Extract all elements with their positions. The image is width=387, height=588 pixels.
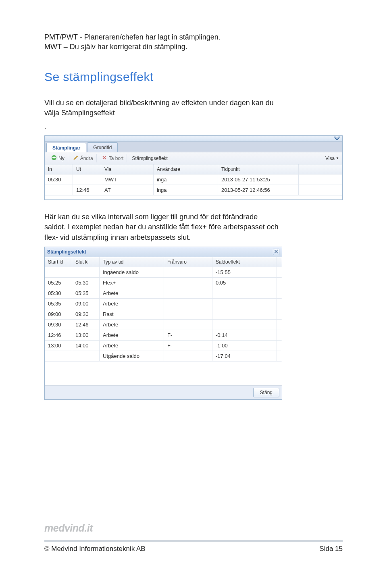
cell: -0:14: [212, 330, 277, 340]
cell: [212, 288, 277, 298]
intro-line-2: MWT – Du själv har korrigerat din stämpl…: [44, 43, 187, 51]
tabs: Stämplingar Grundtid: [45, 141, 342, 152]
col-franvaro: Frånvaro: [164, 257, 212, 267]
cell: 05:30: [72, 278, 100, 288]
edit-button[interactable]: Ändra: [70, 154, 97, 162]
cell: [45, 267, 72, 277]
table-row[interactable]: 05:25 05:30 Flex+ 0:05: [45, 278, 282, 288]
cell-anv: inga: [154, 185, 218, 195]
tab-grundtid[interactable]: Grundtid: [87, 142, 118, 152]
table-row[interactable]: 05:35 09:00 Arbete: [45, 299, 282, 309]
col-via: Via: [101, 164, 154, 174]
col-saldo: Saldoeffekt: [212, 257, 277, 267]
table-row[interactable]: 09:30 12:46 Arbete: [45, 320, 282, 330]
grid-header: In Ut Via Användare Tidpunkt: [45, 164, 342, 175]
col-ut: Ut: [73, 164, 101, 174]
cell: 09:30: [72, 309, 100, 319]
table-row[interactable]: 12:46 AT inga 2013-05-27 12:46:56: [45, 185, 342, 195]
col-in: In: [45, 164, 73, 174]
cell-ut: [73, 175, 101, 185]
col-typ: Typ av tid: [100, 257, 164, 267]
cell: -17:04: [212, 351, 277, 361]
dialog-titlebar: Stämplingseffekt: [45, 247, 282, 257]
cell: Arbete: [100, 299, 164, 309]
delete-button[interactable]: Ta bort: [98, 154, 127, 162]
table-row[interactable]: 12:46 13:00 Arbete F- -0:14: [45, 330, 282, 341]
body-paragraph-1: Vill du se en detaljerad bild/beskrivnin…: [44, 98, 343, 118]
cell: 05:25: [45, 278, 72, 288]
col-start: Start kl: [45, 257, 72, 267]
cell: 05:35: [45, 299, 72, 309]
footer-page-number: Sida 15: [319, 545, 343, 553]
new-button[interactable]: Ny: [48, 154, 68, 162]
cell: 0:05: [212, 278, 277, 288]
col-anvandare: Användare: [154, 164, 218, 174]
cell: Arbete: [100, 330, 164, 340]
page-footer: © Medvind Informationsteknik AB Sida 15: [44, 545, 343, 553]
cell-tid: 2013-05-27 12:46:56: [218, 185, 299, 195]
cell: Arbete: [100, 288, 164, 298]
caret-down-icon: ▼: [336, 156, 339, 160]
cell: 13:00: [72, 330, 100, 340]
table-row[interactable]: 09:00 09:30 Rast: [45, 309, 282, 320]
cell: Arbete: [100, 341, 164, 351]
body1-line1: Vill du se en detaljerad bild/beskrivnin…: [44, 99, 274, 107]
close-button[interactable]: [273, 249, 279, 255]
panel-collapse-bar[interactable]: [45, 136, 342, 141]
cell: [164, 309, 212, 319]
table-row[interactable]: 05:30 MWT inga 2013-05-27 11:53:25: [45, 175, 342, 185]
delete-icon: [102, 155, 107, 162]
cell: 14:00: [72, 341, 100, 351]
table-row[interactable]: Utgående saldo -17:04: [45, 351, 282, 362]
cell: [45, 351, 72, 361]
cell: [212, 309, 277, 319]
cell: [72, 267, 100, 277]
cell: F-: [164, 341, 212, 351]
body2-line2: saldot. I exemplet nedan har du anställd…: [44, 223, 279, 231]
tab-stamplingar[interactable]: Stämplingar: [46, 143, 86, 152]
cell: 12:46: [45, 330, 72, 340]
cell: -15:55: [212, 267, 277, 277]
cell: Rast: [100, 309, 164, 319]
add-icon: [51, 155, 57, 162]
footer-copyright: © Medvind Informationsteknik AB: [44, 545, 146, 553]
table-row[interactable]: 13:00 14:00 Arbete F- -1:00: [45, 341, 282, 351]
delete-label: Ta bort: [109, 156, 124, 161]
new-label: Ny: [58, 156, 64, 161]
section-heading: Se stämplingseffekt: [44, 70, 343, 84]
cell-via: AT: [101, 185, 154, 195]
cell: 09:00: [72, 299, 100, 309]
visa-dropdown[interactable]: Visa ▼: [325, 156, 339, 161]
stamplingseffekt-dialog: Stämplingseffekt Start kl Slut kl Typ av…: [44, 247, 282, 400]
brand-logo: medvind.it: [44, 522, 93, 534]
cell: [164, 278, 212, 288]
col-slut: Slut kl: [72, 257, 100, 267]
cell: [164, 351, 212, 361]
stamplingar-panel: Stämplingar Grundtid Ny Ändra Ta bort: [44, 135, 343, 200]
body2-line1: Här kan du se vilka intervall som ligger…: [44, 213, 258, 221]
stamplingseffekt-link[interactable]: Stämplingseffekt: [129, 155, 171, 162]
table-row[interactable]: 05:30 05:35 Arbete: [45, 288, 282, 299]
cell-tid: 2013-05-27 11:53:25: [218, 175, 299, 185]
cell: Arbete: [100, 320, 164, 330]
close-dialog-button[interactable]: Stäng: [253, 388, 279, 397]
cell-ut: 12:46: [73, 185, 101, 195]
intro-line-1: PMT/PWT - Planeraren/chefen har lagt in …: [44, 33, 221, 41]
cell: [72, 351, 100, 361]
cell: F-: [164, 330, 212, 340]
cell-in: [45, 185, 73, 195]
dialog-title: Stämplingseffekt: [47, 249, 86, 255]
pencil-icon: [73, 155, 79, 162]
body-paragraph-2: Här kan du se vilka intervall som ligger…: [44, 212, 343, 243]
table-row[interactable]: Ingående saldo -15:55: [45, 267, 282, 278]
cell: -1:00: [212, 341, 277, 351]
cell-anv: inga: [154, 175, 218, 185]
cell: 09:00: [45, 309, 72, 319]
body1-period: .: [44, 121, 343, 131]
cell-in: 05:30: [45, 175, 73, 185]
cell: 12:46: [72, 320, 100, 330]
cell: [212, 299, 277, 309]
footer-divider: [44, 540, 343, 542]
cell: [164, 299, 212, 309]
cell-via: MWT: [101, 175, 154, 185]
